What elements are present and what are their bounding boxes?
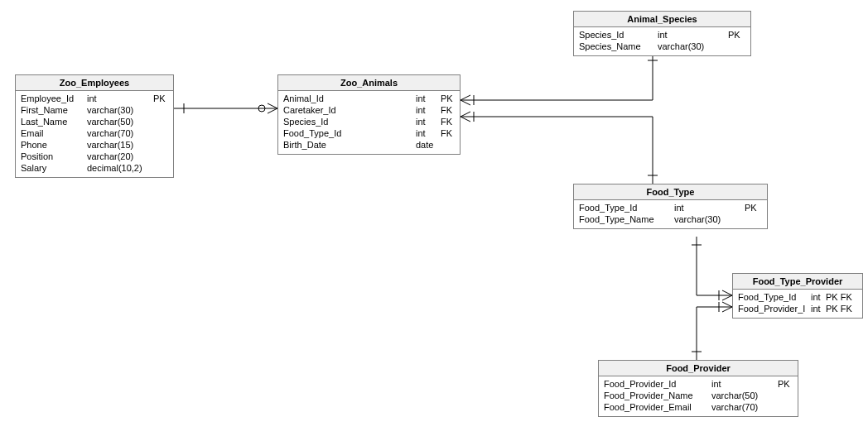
entity-zoo-animals: Zoo_Animals Animal_Id int PK Caretaker_I… bbox=[277, 74, 461, 155]
column-row: Food_Type_Id int FK bbox=[283, 127, 455, 139]
column-row: Food_Provider_Name varchar(50) bbox=[604, 390, 793, 401]
column-name: First_Name bbox=[21, 104, 87, 116]
column-row: Food_Provider_I int PK FK bbox=[738, 303, 857, 314]
column-row: Species_Id int PK bbox=[579, 29, 745, 41]
column-name: Species_Id bbox=[283, 116, 416, 127]
column-name: Food_Type_Name bbox=[579, 213, 674, 225]
column-type: int bbox=[811, 291, 826, 303]
column-type: int bbox=[811, 303, 826, 314]
column-name: Food_Provider_I bbox=[738, 303, 811, 314]
column-type: int bbox=[674, 202, 745, 213]
entity-animal-species: Animal_Species Species_Id int PK Species… bbox=[573, 11, 751, 56]
column-name: Food_Provider_Id bbox=[604, 378, 711, 390]
entity-columns: Employee_Id int PK First_Name varchar(30… bbox=[16, 91, 173, 177]
column-type: int bbox=[416, 104, 441, 116]
column-row: Email varchar(70) bbox=[21, 127, 168, 139]
rel-species-animals bbox=[461, 52, 658, 105]
entity-food-type-provider: Food_Type_Provider Food_Type_Id int PK F… bbox=[732, 273, 863, 319]
column-type: varchar(15) bbox=[87, 139, 153, 151]
column-row: Food_Provider_Id int PK bbox=[604, 378, 793, 390]
entity-title: Animal_Species bbox=[574, 12, 750, 27]
svg-line-6 bbox=[461, 95, 470, 100]
entity-columns: Food_Type_Id int PK FK Food_Provider_I i… bbox=[733, 290, 862, 318]
column-key: PK FK bbox=[826, 291, 852, 303]
column-type: date bbox=[416, 139, 441, 151]
column-row: Species_Id int FK bbox=[283, 116, 455, 127]
column-row: Food_Type_Id int PK FK bbox=[738, 291, 857, 303]
rel-employees-animals bbox=[174, 103, 277, 113]
entity-title: Food_Type bbox=[574, 184, 767, 200]
column-key: PK bbox=[745, 202, 757, 213]
svg-line-7 bbox=[461, 100, 470, 105]
column-type: varchar(30) bbox=[658, 41, 728, 52]
column-name: Phone bbox=[21, 139, 87, 151]
entity-title: Food_Type_Provider bbox=[733, 274, 862, 290]
entity-columns: Animal_Id int PK Caretaker_Id int FK Spe… bbox=[278, 91, 460, 154]
column-row: Food_Type_Name varchar(30) bbox=[579, 213, 762, 225]
column-key: PK bbox=[778, 378, 790, 390]
svg-line-15 bbox=[722, 295, 732, 300]
column-type: varchar(50) bbox=[711, 390, 778, 401]
column-name: Animal_Id bbox=[283, 93, 416, 104]
column-row: Animal_Id int PK bbox=[283, 93, 455, 104]
entity-zoo-employees: Zoo_Employees Employee_Id int PK First_N… bbox=[15, 74, 174, 178]
entity-food-type: Food_Type Food_Type_Id int PK Food_Type_… bbox=[573, 184, 768, 229]
column-type: int bbox=[711, 378, 778, 390]
column-type: varchar(30) bbox=[674, 213, 745, 225]
column-name: Species_Name bbox=[579, 41, 658, 52]
svg-line-19 bbox=[722, 307, 732, 312]
column-name: Position bbox=[21, 151, 87, 162]
column-name: Employee_Id bbox=[21, 93, 87, 104]
entity-food-provider: Food_Provider Food_Provider_Id int PK Fo… bbox=[598, 360, 798, 417]
entity-title: Zoo_Animals bbox=[278, 75, 460, 91]
column-name: Species_Id bbox=[579, 29, 658, 41]
column-name: Food_Type_Id bbox=[283, 127, 416, 139]
svg-line-14 bbox=[722, 290, 732, 295]
column-name: Caretaker_Id bbox=[283, 104, 416, 116]
column-type: int bbox=[416, 93, 441, 104]
column-row: Food_Provider_Email varchar(70) bbox=[604, 401, 793, 413]
entity-columns: Species_Id int PK Species_Name varchar(3… bbox=[574, 27, 750, 55]
column-key: PK FK bbox=[826, 303, 852, 314]
column-row: Caretaker_Id int FK bbox=[283, 104, 455, 116]
column-key: FK bbox=[441, 104, 452, 116]
column-row: Species_Name varchar(30) bbox=[579, 41, 745, 52]
svg-line-18 bbox=[722, 302, 732, 307]
entity-columns: Food_Provider_Id int PK Food_Provider_Na… bbox=[599, 376, 798, 416]
column-name: Last_Name bbox=[21, 116, 87, 127]
column-type: varchar(70) bbox=[87, 127, 153, 139]
column-name: Salary bbox=[21, 162, 87, 174]
column-key: FK bbox=[441, 127, 452, 139]
svg-line-3 bbox=[268, 108, 277, 113]
column-row: Food_Type_Id int PK bbox=[579, 202, 762, 213]
svg-line-2 bbox=[268, 103, 277, 108]
column-type: varchar(20) bbox=[87, 151, 153, 162]
column-name: Food_Provider_Email bbox=[604, 401, 711, 413]
svg-point-4 bbox=[258, 105, 265, 112]
column-key: PK bbox=[728, 29, 740, 41]
rel-foodtype-animals bbox=[461, 112, 658, 184]
svg-line-10 bbox=[461, 112, 470, 117]
entity-title: Zoo_Employees bbox=[16, 75, 173, 91]
column-name: Food_Provider_Name bbox=[604, 390, 711, 401]
column-row: Phone varchar(15) bbox=[21, 139, 168, 151]
svg-line-11 bbox=[461, 117, 470, 122]
entity-title: Food_Provider bbox=[599, 361, 798, 376]
column-name: Food_Type_Id bbox=[738, 291, 811, 303]
column-row: Last_Name varchar(50) bbox=[21, 116, 168, 127]
column-type: varchar(50) bbox=[87, 116, 153, 127]
column-type: decimal(10,2) bbox=[87, 162, 153, 174]
rel-foodtype-ftp bbox=[692, 237, 732, 300]
column-row: Position varchar(20) bbox=[21, 151, 168, 162]
column-row: Birth_Date date bbox=[283, 139, 455, 151]
entity-columns: Food_Type_Id int PK Food_Type_Name varch… bbox=[574, 200, 767, 228]
column-type: varchar(70) bbox=[711, 401, 778, 413]
column-name: Food_Type_Id bbox=[579, 202, 674, 213]
column-row: Employee_Id int PK bbox=[21, 93, 168, 104]
column-key: PK bbox=[441, 93, 453, 104]
column-row: First_Name varchar(30) bbox=[21, 104, 168, 116]
column-key: FK bbox=[441, 116, 452, 127]
column-type: int bbox=[658, 29, 728, 41]
column-type: int bbox=[87, 93, 153, 104]
column-row: Salary decimal(10,2) bbox=[21, 162, 168, 174]
